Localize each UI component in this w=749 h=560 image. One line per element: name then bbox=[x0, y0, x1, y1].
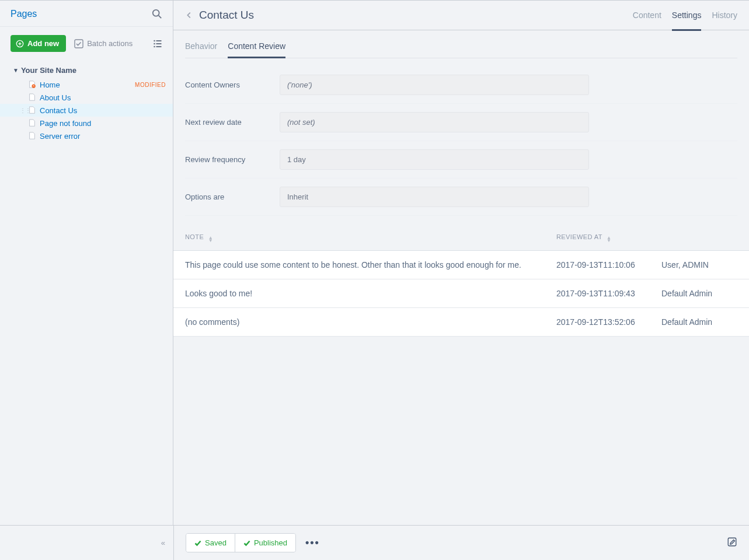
sidebar-title[interactable]: Pages bbox=[11, 9, 37, 19]
tab-settings[interactable]: Settings bbox=[672, 0, 702, 30]
tree-item-servererror[interactable]: ⋮⋮ Server error bbox=[0, 130, 173, 142]
options-label: Options are bbox=[185, 192, 280, 201]
batch-actions[interactable]: Batch actions bbox=[74, 39, 133, 48]
saved-button[interactable]: Saved bbox=[186, 534, 235, 552]
page-title: Contact Us bbox=[199, 9, 254, 22]
cell-note: Looks good to me! bbox=[185, 289, 556, 298]
cell-note: (no comments) bbox=[185, 317, 556, 327]
next-review-field[interactable]: (not set) bbox=[280, 112, 589, 132]
home-page-icon bbox=[28, 80, 36, 89]
table-row[interactable]: This page could use some content to be h… bbox=[173, 251, 749, 279]
cell-date: 2017-09-13T11:09:43 bbox=[556, 289, 661, 298]
tab-content[interactable]: Content bbox=[633, 0, 661, 30]
page-tree: ▼ Your Site Name ⋮⋮ Home MODIFIED ⋮⋮ Abo… bbox=[0, 61, 173, 142]
plus-circle-icon bbox=[16, 40, 24, 48]
svg-point-9 bbox=[154, 43, 155, 44]
list-view-icon[interactable] bbox=[153, 39, 162, 48]
page-icon bbox=[28, 93, 36, 102]
content-owners-label: Content Owners bbox=[185, 80, 280, 89]
drag-handle-icon[interactable]: ⋮⋮ bbox=[22, 107, 28, 114]
status-button-group: Saved Published bbox=[186, 533, 296, 552]
add-new-label: Add new bbox=[27, 39, 59, 48]
table-row[interactable]: Looks good to me! 2017-09-13T11:09:43 De… bbox=[173, 279, 749, 308]
tree-item-label: Home bbox=[40, 80, 60, 89]
svg-rect-12 bbox=[156, 46, 162, 47]
sort-icon: ▲▼ bbox=[607, 236, 611, 242]
col-reviewed-header[interactable]: REVIEWED AT ▲▼ bbox=[556, 233, 661, 242]
svg-point-1 bbox=[153, 10, 159, 16]
content-owners-field[interactable]: ('none') bbox=[280, 75, 589, 95]
svg-point-11 bbox=[154, 46, 155, 47]
page-icon bbox=[28, 106, 36, 114]
tree-root[interactable]: ▼ Your Site Name bbox=[0, 64, 173, 77]
collapse-sidebar-icon[interactable]: « bbox=[161, 538, 165, 547]
svg-line-2 bbox=[159, 16, 162, 19]
caret-down-icon: ▼ bbox=[13, 67, 19, 74]
svg-rect-10 bbox=[156, 43, 162, 44]
options-field[interactable]: Inherit bbox=[280, 187, 589, 207]
tree-item-about[interactable]: ⋮⋮ About Us bbox=[0, 91, 173, 104]
cell-date: 2017-09-13T11:10:06 bbox=[556, 260, 661, 270]
table-header: NOTE ▲▼ REVIEWED AT ▲▼ bbox=[173, 225, 749, 251]
tree-item-label: Server error bbox=[40, 132, 80, 141]
checklist-icon bbox=[74, 39, 83, 48]
add-new-button[interactable]: Add new bbox=[11, 35, 66, 52]
more-actions-icon[interactable]: ••• bbox=[305, 537, 320, 549]
footer: « Saved Published ••• bbox=[0, 525, 749, 560]
review-frequency-field[interactable]: 1 day bbox=[280, 149, 589, 170]
review-frequency-label: Review frequency bbox=[185, 155, 280, 164]
tab-history[interactable]: History bbox=[712, 0, 737, 30]
table-row[interactable]: (no comments) 2017-09-12T13:52:06 Defaul… bbox=[173, 308, 749, 337]
tree-item-notfound[interactable]: ⋮⋮ Page not found bbox=[0, 117, 173, 130]
search-icon[interactable] bbox=[152, 9, 162, 19]
batch-actions-label: Batch actions bbox=[87, 39, 133, 48]
tree-root-label: Your Site Name bbox=[21, 66, 76, 75]
sidebar: Pages Add new Batch actions ▼ Your Site bbox=[0, 0, 173, 525]
main-header: Contact Us Content Settings History bbox=[173, 0, 749, 30]
sort-icon: ▲▼ bbox=[208, 236, 213, 242]
svg-rect-8 bbox=[156, 40, 162, 41]
page-icon bbox=[28, 119, 36, 127]
cell-user: User, ADMIN bbox=[661, 260, 737, 270]
tree-item-home[interactable]: ⋮⋮ Home MODIFIED bbox=[0, 78, 173, 91]
svg-point-7 bbox=[154, 40, 155, 41]
page-icon bbox=[28, 132, 36, 140]
subtabs: Behavior Content Review bbox=[173, 30, 749, 58]
cell-date: 2017-09-12T13:52:06 bbox=[556, 317, 661, 327]
tree-item-contact[interactable]: ⋮⋮ Contact Us bbox=[0, 104, 173, 117]
tree-item-label: About Us bbox=[40, 93, 71, 102]
review-log-table: NOTE ▲▼ REVIEWED AT ▲▼ This page could u… bbox=[173, 225, 749, 337]
modified-badge: MODIFIED bbox=[135, 82, 166, 88]
tree-item-label: Page not found bbox=[40, 119, 91, 128]
published-label: Published bbox=[254, 538, 287, 547]
cell-note: This page could use some content to be h… bbox=[185, 260, 556, 270]
back-chevron-icon[interactable] bbox=[185, 11, 193, 19]
checkmark-icon bbox=[243, 540, 250, 547]
cell-user: Default Admin bbox=[661, 289, 737, 298]
main-panel: Contact Us Content Settings History Beha… bbox=[173, 0, 749, 525]
review-settings-form: Content Owners ('none') Next review date… bbox=[173, 58, 749, 216]
subtab-behavior[interactable]: Behavior bbox=[185, 41, 217, 58]
tree-item-label: Contact Us bbox=[40, 106, 77, 115]
saved-label: Saved bbox=[205, 538, 227, 547]
checkmark-icon bbox=[194, 540, 201, 547]
cell-user: Default Admin bbox=[661, 317, 737, 327]
col-note-header[interactable]: NOTE ▲▼ bbox=[185, 233, 556, 242]
published-button[interactable]: Published bbox=[235, 534, 295, 552]
subtab-content-review[interactable]: Content Review bbox=[228, 41, 285, 58]
next-review-label: Next review date bbox=[185, 118, 280, 127]
edit-icon[interactable] bbox=[727, 537, 737, 547]
